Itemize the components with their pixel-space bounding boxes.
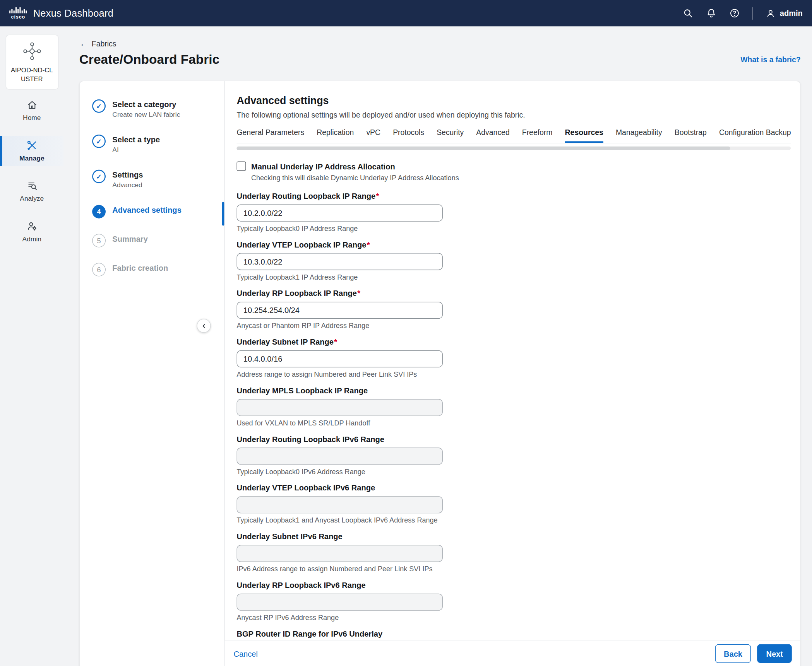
cluster-selector[interactable]: AIPOD-ND-CLUSTER bbox=[5, 35, 58, 89]
tab-freeform[interactable]: Freeform bbox=[522, 128, 553, 143]
cancel-button[interactable]: Cancel bbox=[233, 649, 257, 658]
step-status-icon: 4✓ bbox=[92, 205, 106, 219]
tab-resources[interactable]: Resources bbox=[565, 128, 603, 143]
cluster-icon bbox=[22, 41, 42, 61]
field-helper: Anycast RP IPv6 Address Range bbox=[236, 614, 791, 622]
underlay-routing-loopback-ipv6-range-input[interactable] bbox=[236, 447, 443, 464]
step-select-a-category[interactable]: 1✓ Select a category Create new LAN fabr… bbox=[80, 99, 224, 119]
required-asterisk: * bbox=[357, 289, 360, 298]
tab-protocols[interactable]: Protocols bbox=[393, 128, 424, 143]
underlay-subnet-ipv6-range-input[interactable] bbox=[236, 545, 443, 562]
wizard-stepper: 1✓ Select a category Create new LAN fabr… bbox=[80, 81, 225, 666]
app-title: Nexus Dashboard bbox=[33, 7, 114, 19]
cisco-logo: cisco bbox=[9, 7, 27, 19]
next-button[interactable]: Next bbox=[757, 644, 792, 663]
panel-description: The following optional settings will be … bbox=[236, 110, 791, 120]
wizard-card: 1✓ Select a category Create new LAN fabr… bbox=[79, 81, 801, 666]
field-label: Underlay Routing Loopback IPv6 Range bbox=[236, 435, 384, 444]
what-is-a-fabric-link[interactable]: What is a fabric? bbox=[740, 55, 800, 63]
page-title: Create/Onboard Fabric bbox=[79, 52, 219, 67]
nexus-dashboard-app: cisco Nexus Dashboard bbox=[0, 0, 812, 666]
tab-general-parameters[interactable]: General Parameters bbox=[236, 128, 304, 143]
field-underlay-routing-loopback-ip-range: Underlay Routing Loopback IP Range* Typi… bbox=[236, 191, 791, 233]
sidebar-item-admin[interactable]: Admin bbox=[0, 217, 64, 247]
tab-replication[interactable]: Replication bbox=[317, 128, 354, 143]
underlay-subnet-ip-range-input[interactable] bbox=[236, 350, 443, 367]
step-status-icon: 3✓ bbox=[92, 170, 106, 183]
required-asterisk: * bbox=[367, 240, 370, 249]
field-helper: Used for VXLAN to MPLS SR/LDP Handoff bbox=[236, 419, 791, 427]
tools-icon bbox=[26, 140, 38, 151]
resource-fields: Underlay Routing Loopback IP Range* Typi… bbox=[236, 191, 791, 659]
underlay-rp-loopback-ip-range-input[interactable] bbox=[236, 302, 443, 319]
breadcrumb-fabrics[interactable]: ← Fabrics bbox=[80, 40, 116, 48]
step-status-icon: 2✓ bbox=[92, 135, 106, 148]
home-icon bbox=[26, 99, 38, 111]
help-icon[interactable] bbox=[729, 8, 740, 19]
tab-security[interactable]: Security bbox=[437, 128, 464, 143]
field-underlay-mpls-loopback-ip-range: Underlay MPLS Loopback IP Range* Used fo… bbox=[236, 386, 791, 427]
check-icon: ✓ bbox=[96, 102, 102, 110]
field-label: Underlay Subnet IP Range bbox=[236, 337, 334, 346]
underlay-routing-loopback-ip-range-input[interactable] bbox=[236, 205, 443, 222]
sidebar-nav: Home Manage Analyze bbox=[0, 96, 64, 247]
step-select-a-type[interactable]: 2✓ Select a type AI bbox=[80, 135, 224, 154]
field-underlay-vtep-loopback-ipv6-range: Underlay VTEP Loopback IPv6 Range* Typic… bbox=[236, 483, 791, 524]
user-menu[interactable]: admin bbox=[765, 8, 803, 19]
notifications-bell-icon[interactable] bbox=[706, 8, 716, 19]
field-underlay-subnet-ipv6-range: Underlay Subnet IPv6 Range* IPv6 Address… bbox=[236, 531, 791, 573]
step-summary[interactable]: 5✓ Summary bbox=[80, 234, 224, 248]
sidebar-item-manage[interactable]: Manage bbox=[0, 136, 64, 166]
manual-underlay-checkbox[interactable] bbox=[236, 161, 246, 171]
sidebar-item-home[interactable]: Home bbox=[0, 96, 64, 126]
required-asterisk: * bbox=[334, 337, 337, 346]
field-helper: Anycast or Phantom RP IP Address Range bbox=[236, 322, 791, 330]
collapse-stepper-button[interactable] bbox=[197, 319, 211, 333]
tab-vpc[interactable]: vPC bbox=[366, 128, 380, 143]
field-underlay-vtep-loopback-ip-range: Underlay VTEP Loopback IP Range* Typical… bbox=[236, 239, 791, 281]
field-helper: Typically Loopback1 and Anycast Loopback… bbox=[236, 516, 791, 524]
search-icon[interactable] bbox=[682, 8, 693, 19]
field-underlay-rp-loopback-ipv6-range: Underlay RP Loopback IPv6 Range* Anycast… bbox=[236, 580, 791, 622]
underlay-rp-loopback-ipv6-range-input[interactable] bbox=[236, 594, 443, 611]
field-label: Underlay RP Loopback IP Range bbox=[236, 289, 356, 298]
check-icon: ✓ bbox=[96, 137, 102, 145]
field-helper: Typically Loopback0 IPv6 Address Range bbox=[236, 468, 791, 476]
back-arrow-icon: ← bbox=[80, 40, 88, 48]
field-helper: Typically Loopback1 IP Address Range bbox=[236, 273, 791, 281]
underlay-mpls-loopback-ip-range-input[interactable] bbox=[236, 399, 443, 416]
top-bar: cisco Nexus Dashboard bbox=[0, 0, 812, 26]
required-asterisk: * bbox=[376, 191, 379, 200]
field-label: Underlay VTEP Loopback IP Range bbox=[236, 240, 366, 249]
checkbox-helper: Checking this will disable Dynamic Under… bbox=[251, 174, 791, 182]
cisco-bars-icon bbox=[9, 7, 27, 13]
field-label: Underlay MPLS Loopback IP Range bbox=[236, 386, 368, 395]
field-label: Underlay Subnet IPv6 Range bbox=[236, 532, 342, 541]
tabs-scrollbar-thumb[interactable] bbox=[236, 147, 730, 150]
admin-user-gear-icon bbox=[26, 220, 38, 232]
field-underlay-subnet-ip-range: Underlay Subnet IP Range* Address range … bbox=[236, 337, 791, 379]
manual-underlay-allocation-row: Manual Underlay IP Address Allocation bbox=[236, 161, 791, 171]
tab-configuration-backup[interactable]: Configuration Backup bbox=[719, 128, 791, 143]
underlay-vtep-loopback-ipv6-range-input[interactable] bbox=[236, 496, 443, 513]
field-label: Underlay VTEP Loopback IPv6 Range bbox=[236, 483, 375, 492]
back-button[interactable]: Back bbox=[715, 644, 751, 663]
sidebar: AIPOD-ND-CLUSTER Home Manage bbox=[0, 26, 64, 666]
checkbox-label: Manual Underlay IP Address Allocation bbox=[251, 162, 395, 171]
username-label: admin bbox=[780, 9, 803, 18]
field-underlay-rp-loopback-ip-range: Underlay RP Loopback IP Range* Anycast o… bbox=[236, 288, 791, 330]
field-helper: IPv6 Address range to assign Numbered an… bbox=[236, 565, 791, 573]
underlay-vtep-loopback-ip-range-input[interactable] bbox=[236, 253, 443, 270]
step-advanced-settings[interactable]: 4✓ Advanced settings bbox=[80, 205, 224, 219]
tab-advanced[interactable]: Advanced bbox=[476, 128, 509, 143]
field-helper: Address range to assign Numbered and Pee… bbox=[236, 371, 791, 379]
tab-manageability[interactable]: Manageability bbox=[616, 128, 662, 143]
field-label: Underlay RP Loopback IPv6 Range bbox=[236, 581, 365, 589]
sidebar-item-analyze[interactable]: Analyze bbox=[0, 176, 64, 207]
step-fabric-creation[interactable]: 6✓ Fabric creation bbox=[80, 263, 224, 277]
step-settings[interactable]: 3✓ Settings Advanced bbox=[80, 170, 224, 190]
field-helper: Typically Loopback0 IP Address Range bbox=[236, 225, 791, 233]
settings-tabs: General Parameters Replication vPC Proto… bbox=[236, 128, 791, 143]
tab-bootstrap[interactable]: Bootstrap bbox=[675, 128, 707, 143]
tabs-scrollbar-track bbox=[236, 147, 791, 150]
